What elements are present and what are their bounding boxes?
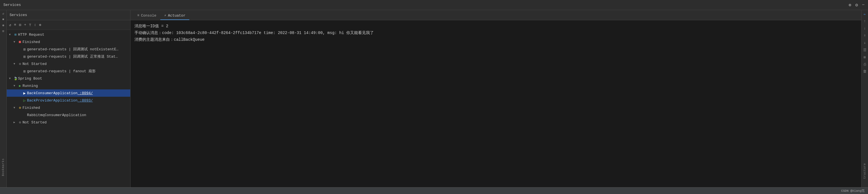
title-bar-left: Services [3, 3, 21, 7]
right-arrow-down-alt-icon[interactable]: ⇓ [864, 40, 866, 45]
console-content: 消息唯一ID值 = 2 手动确认消息：code: 103c68a4-2c80-4… [130, 20, 861, 187]
back-provider-icon: ▷ [22, 98, 27, 103]
actuator-tab-icon: ⚡ [164, 13, 166, 18]
right-print-icon[interactable]: ⎙ [864, 62, 866, 67]
back-consumer-icon: ▶ [22, 91, 27, 96]
tree-item-running[interactable]: ▶ Running [7, 82, 130, 89]
finished-1-icon: ⏹ [18, 40, 23, 44]
right-strip: ✏ ↑ ↓ ⇑ ⇓ ☰ ⊞ ⎙ 🗑 tructure [861, 10, 868, 187]
services-header: Services [7, 10, 130, 20]
bookmarks-strip: ↺ ■ ◉ ⊞ Bookmarks [0, 10, 7, 187]
bookmark-camera-icon[interactable]: ◉ [1, 23, 6, 27]
toolbar-add-btn[interactable]: + [24, 23, 26, 27]
console-tabs: ≡ Console ⚡ Actuator [130, 10, 861, 20]
console-line-3: 消费的主题消息来自：callBackQueue [134, 37, 857, 43]
back-provider-port[interactable]: :8093/ [78, 98, 93, 103]
right-arrow-down-icon[interactable]: ↓ [864, 26, 866, 30]
rabbitmq-consumer-label: RabbitmqConsumerApplication [27, 113, 86, 117]
console-tab-icon: ≡ [137, 13, 139, 18]
title-bar-right: ⊕ ⚙ − [848, 2, 865, 8]
spring-boot-icon: 🍃 [13, 76, 18, 81]
tree-item-back-consumer[interactable]: ▶ BackConsumerApplication :8094/ [7, 89, 130, 97]
toolbar-plus-btn[interactable]: ⊕ [39, 23, 41, 27]
tree-item-finished-2[interactable]: ⚙ Finished [7, 104, 130, 111]
actuator-tab-label: Actuator [168, 13, 185, 18]
structure-label: tructure [863, 163, 866, 179]
gen-req-3-icon: ▤ [22, 69, 27, 73]
toolbar-filter-btn[interactable]: ⊤ [29, 23, 31, 27]
gen-req-2-label: generated-requests | 回调测试 正常推送 Stat… [27, 54, 118, 59]
not-started-2-icon: ⚙ [18, 120, 23, 125]
bookmark-stop-icon[interactable]: ■ [1, 18, 6, 21]
arrow-spring-boot [9, 77, 13, 80]
right-arrow-up-alt-icon[interactable]: ⇑ [864, 33, 866, 38]
toolbar-refresh-btn[interactable]: ↺ [9, 23, 11, 27]
arrow-not-started-2 [13, 121, 18, 124]
console-panel: ≡ Console ⚡ Actuator 消息唯一ID值 = 2 手动确认消息：… [130, 10, 861, 187]
tree-item-rabbitmq-consumer[interactable]: RabbitmqConsumerApplication [7, 111, 130, 119]
tree-item-gen-req-3[interactable]: ▤ generated-requests | fanout 扇形 [7, 67, 130, 75]
finished-2-label: Finished [23, 106, 40, 110]
not-started-1-icon: ⚙ [18, 62, 23, 66]
back-consumer-port[interactable]: :8094/ [78, 91, 93, 95]
finished-1-label: Finished [23, 40, 40, 44]
console-line-2: 手动确认消息：code: 103c68a4-2c80-442f-8264-2ff… [134, 30, 857, 37]
right-trash-icon[interactable]: 🗑 [863, 69, 867, 74]
bottom-bar: CSDN @Xiang范 [0, 187, 868, 194]
gear-icon[interactable]: ⚙ [855, 2, 858, 8]
toolbar-expand-btn[interactable]: ≡ [14, 23, 16, 27]
running-label: Running [23, 84, 38, 88]
tree-item-gen-req-2[interactable]: ▤ generated-requests | 回调测试 正常推送 Stat… [7, 53, 130, 60]
not-started-2-label: Not Started [23, 120, 47, 125]
spring-boot-label: Spring Boot [18, 76, 42, 81]
not-started-1-label: Not Started [23, 62, 47, 66]
watermark-text: CSDN @Xiang范 [841, 189, 865, 193]
services-tree: ⊞ HTTP Request ⏹ Finished ▤ generated-re… [7, 30, 130, 187]
minimize-icon[interactable]: − [862, 3, 865, 8]
right-arrow-up-icon[interactable]: ↑ [864, 19, 866, 23]
tree-item-finished-1[interactable]: ⏹ Finished [7, 38, 130, 45]
gen-req-1-label: generated-requests | 回调测试 notExistentE… [27, 47, 118, 52]
right-pencil-icon[interactable]: ✏ [864, 12, 866, 16]
back-consumer-label: BackConsumerApplication [27, 91, 78, 95]
http-request-icon: ⊞ [13, 33, 18, 37]
gen-req-1-icon: ▤ [22, 47, 27, 52]
tree-item-not-started-2[interactable]: ⚙ Not Started [7, 119, 130, 126]
finished-2-icon: ⚙ [18, 106, 23, 110]
console-line-1: 消息唯一ID值 = 2 [134, 23, 857, 30]
title-text: Services [3, 3, 21, 7]
arrow-http-request [9, 33, 13, 36]
globe-icon[interactable]: ⊕ [848, 2, 851, 8]
bookmark-refresh-icon[interactable]: ↺ [1, 12, 6, 15]
services-panel-title: Services [9, 13, 127, 17]
gen-req-2-icon: ▤ [22, 55, 27, 59]
toolbar-collapse-btn[interactable]: ⊟ [19, 23, 21, 27]
arrow-running [13, 84, 18, 88]
toolbar-sort-btn[interactable]: ↕ [34, 23, 36, 27]
arrow-finished-2 [13, 106, 18, 109]
arrow-finished-1 [13, 40, 18, 43]
http-request-label: HTTP Request [18, 33, 44, 37]
right-list-icon[interactable]: ☰ [863, 48, 867, 52]
tree-item-spring-boot[interactable]: 🍃 Spring Boot [7, 75, 130, 82]
tree-item-back-provider[interactable]: ▷ BackProviderApplication :8093/ [7, 97, 130, 104]
tree-item-not-started-1[interactable]: ⚙ Not Started [7, 60, 130, 67]
console-tab-label: Console [141, 13, 156, 18]
bookmarks-label: Bookmarks [2, 158, 5, 176]
tab-console[interactable]: ≡ Console [133, 11, 160, 20]
bookmark-layout-icon[interactable]: ⊞ [1, 29, 6, 33]
tree-item-gen-req-1[interactable]: ▤ generated-requests | 回调测试 notExistentE… [7, 45, 130, 53]
title-bar: Services ⊕ ⚙ − [0, 0, 868, 10]
arrow-not-started-1 [13, 62, 18, 66]
tree-item-http-request[interactable]: ⊞ HTTP Request [7, 31, 130, 38]
services-panel: Services ↺ ≡ ⊟ + ⊤ ↕ ⊕ ⊞ HTTP Request ⏹ … [7, 10, 130, 187]
running-icon: ▶ [18, 84, 23, 88]
main-layout: ↺ ■ ◉ ⊞ Bookmarks Services ↺ ≡ ⊟ + ⊤ ↕ ⊕… [0, 10, 868, 187]
tab-actuator[interactable]: ⚡ Actuator [160, 11, 190, 20]
services-toolbar-row: ↺ ≡ ⊟ + ⊤ ↕ ⊕ [7, 20, 130, 30]
right-grid-icon[interactable]: ⊞ [864, 55, 866, 60]
back-provider-label: BackProviderApplication [27, 98, 78, 103]
gen-req-3-label: generated-requests | fanout 扇形 [27, 69, 96, 74]
rabbitmq-consumer-icon [22, 113, 27, 117]
